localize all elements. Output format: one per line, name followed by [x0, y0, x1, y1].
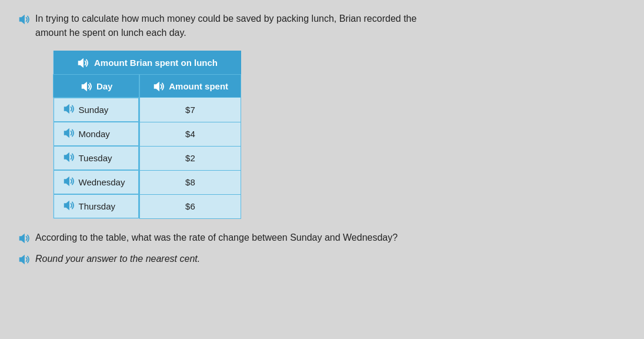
intro-speaker-icon[interactable]: [18, 13, 31, 26]
table-row: Monday$4: [54, 122, 241, 146]
amount-cell: $8: [139, 170, 241, 194]
intro-text: In trying to calculate how much money co…: [35, 12, 429, 40]
day-cell: Sunday: [54, 98, 139, 122]
day-cell: Thursday: [54, 194, 139, 218]
amount-cell: $4: [139, 122, 241, 146]
row-speaker-icon-0[interactable]: [62, 102, 75, 117]
row-speaker-icon-1[interactable]: [62, 127, 75, 141]
col-amount-speaker-icon[interactable]: [152, 80, 165, 93]
table-row: Tuesday$2: [54, 146, 241, 170]
row-speaker-icon-4[interactable]: [62, 199, 75, 214]
svg-marker-7: [64, 177, 69, 187]
table-row: Sunday$7: [54, 98, 241, 122]
svg-marker-3: [154, 82, 159, 92]
svg-marker-1: [78, 58, 84, 68]
day-label: Tuesday: [79, 153, 112, 163]
day-label: Wednesday: [79, 177, 125, 187]
col-amount-header: Amount spent: [139, 75, 241, 98]
intro-paragraph: In trying to calculate how much money co…: [18, 12, 429, 40]
svg-marker-5: [64, 128, 69, 138]
col-day-header: Day: [54, 75, 140, 98]
col-day-label: Day: [96, 81, 113, 91]
table-row: Thursday$6: [54, 194, 241, 218]
answer-hint-text: Round your answer to the nearest cent.: [35, 252, 200, 266]
svg-marker-8: [64, 201, 69, 211]
table-title-cell: Amount Brian spent on lunch: [54, 51, 241, 75]
svg-marker-4: [64, 104, 69, 114]
day-cell: Wednesday: [54, 170, 139, 194]
day-cell: Monday: [54, 122, 139, 146]
answer-speaker-icon[interactable]: [18, 253, 31, 266]
day-label: Thursday: [79, 201, 116, 211]
title-speaker-icon[interactable]: [76, 56, 89, 69]
amount-cell: $6: [139, 194, 241, 218]
table-title-row: Amount Brian spent on lunch: [54, 51, 241, 75]
row-speaker-icon-2[interactable]: [62, 151, 75, 165]
question-block: According to the table, what was the rat…: [18, 231, 459, 245]
lunch-table-container: Amount Brian spent on lunch Day: [53, 51, 626, 219]
question-speaker-icon[interactable]: [18, 232, 31, 245]
answer-hint-block: Round your answer to the nearest cent.: [18, 252, 429, 266]
table-header-row: Day Amount spent: [54, 75, 241, 98]
col-amount-label: Amount spent: [169, 81, 228, 91]
amount-cell: $2: [139, 146, 241, 170]
svg-marker-2: [82, 82, 87, 92]
day-label: Monday: [79, 129, 110, 139]
day-cell: Tuesday: [54, 146, 139, 170]
svg-marker-9: [19, 233, 25, 243]
col-day-speaker-icon[interactable]: [80, 80, 93, 93]
amount-cell: $7: [139, 98, 241, 122]
row-speaker-icon-3[interactable]: [62, 175, 75, 190]
svg-marker-10: [19, 254, 25, 264]
question-text: According to the table, what was the rat…: [35, 231, 398, 245]
table-row: Wednesday$8: [54, 170, 241, 194]
day-label: Sunday: [79, 105, 109, 115]
svg-marker-0: [19, 15, 25, 25]
lunch-data-table: Amount Brian spent on lunch Day: [53, 51, 241, 219]
table-title-label: Amount Brian spent on lunch: [94, 58, 218, 68]
svg-marker-6: [64, 152, 69, 162]
